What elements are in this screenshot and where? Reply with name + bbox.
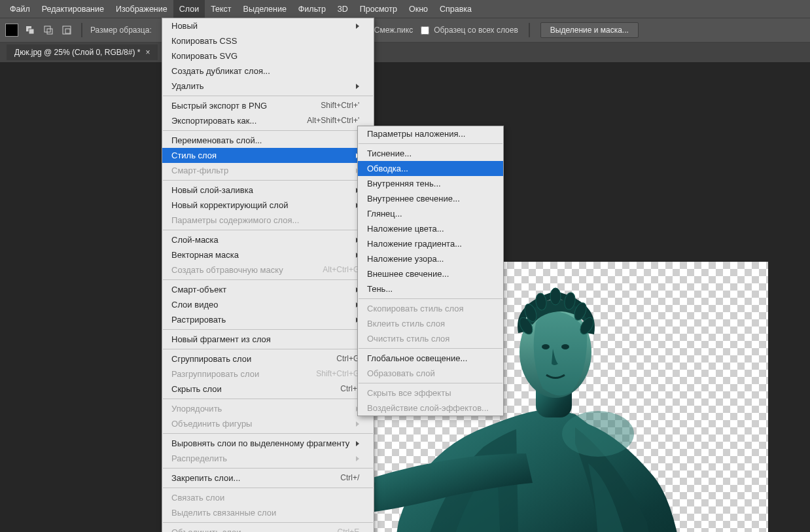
menu-item-label: Смарт-объект <box>171 284 226 295</box>
menu-item-shortcut: Ctrl+/ <box>321 472 359 484</box>
menu-item-label: Закрепить слои... <box>171 472 240 484</box>
menu-item-label: Распределить <box>171 453 227 464</box>
layers-menu-item[interactable]: Копировать CSS <box>162 33 374 48</box>
layers-menu-item: Смарт-фильтр <box>162 163 374 178</box>
layers-menu-item[interactable]: Удалить <box>162 79 374 94</box>
menu-item-label: Параметры наложения... <box>367 128 465 139</box>
menu-окно[interactable]: Окно <box>403 0 434 18</box>
menu-item-label: Скрыть слои <box>171 383 222 395</box>
menu-item-label: Удалить <box>171 80 204 92</box>
layer-style-menu-item[interactable]: Наложение цвета... <box>358 221 503 236</box>
menu-item-label: Объединить слои <box>171 527 241 532</box>
menu-item-label: Новый фрагмент из слоя <box>171 334 271 345</box>
layers-menu-item[interactable]: Слои видео <box>162 297 374 312</box>
layers-menu-item[interactable]: Векторная маска <box>162 247 374 262</box>
menu-3d[interactable]: 3D <box>332 0 354 18</box>
layer-style-menu-item[interactable]: Параметры наложения... <box>358 126 503 141</box>
layers-menu-item: Объединить слоиCtrl+E <box>162 525 374 532</box>
layer-style-menu-item[interactable]: Тень... <box>358 281 503 296</box>
layers-menu-item[interactable]: Новый слой-заливка <box>162 183 374 198</box>
submenu-arrow-icon <box>356 84 359 89</box>
layers-menu-item[interactable]: Сгруппировать слоиCtrl+G <box>162 351 374 366</box>
menu-справка[interactable]: Справка <box>434 0 478 18</box>
subtract-selection-icon[interactable] <box>60 24 73 37</box>
menu-item-label: Копировать CSS <box>171 35 237 46</box>
menu-item-label: Растрировать <box>171 314 226 325</box>
layers-menu-item: Разгруппировать слоиShift+Ctrl+G <box>162 366 374 381</box>
menu-файл[interactable]: Файл <box>4 0 36 18</box>
layers-menu-item[interactable]: Создать дубликат слоя... <box>162 63 374 79</box>
menu-item-shortcut: Alt+Ctrl+G <box>303 264 359 275</box>
layers-menu-item[interactable]: Быстрый экспорт в PNGShift+Ctrl+' <box>162 98 374 113</box>
layers-menu-item[interactable]: Переименовать слой... <box>162 133 374 148</box>
menu-просмотр[interactable]: Просмотр <box>354 0 403 18</box>
menu-item-label: Создать дубликат слоя... <box>171 65 270 77</box>
layer-style-submenu[interactable]: Параметры наложения...Тиснение...Обводка… <box>357 126 504 416</box>
menu-item-label: Новый <box>171 20 198 31</box>
menu-item-label: Выделить связанные слои <box>171 507 276 518</box>
layer-style-menu-item[interactable]: Глянец... <box>358 206 503 221</box>
svg-rect-5 <box>65 29 70 33</box>
menu-item-shortcut: Ctrl+E <box>318 527 360 532</box>
layers-menu-item: Упорядочить <box>162 401 374 416</box>
layers-menu-item[interactable]: Копировать SVG <box>162 48 374 63</box>
select-and-mask-button[interactable]: Выделение и маска... <box>540 22 639 38</box>
menu-item-label: Связать слои <box>171 492 224 503</box>
new-selection-icon[interactable] <box>24 24 37 37</box>
svg-point-13 <box>550 288 561 305</box>
layers-menu-item[interactable]: Растрировать <box>162 312 374 327</box>
menu-item-label: Параметры содержимого слоя... <box>171 215 299 226</box>
layers-menu-item: Создать обтравочную маскуAlt+Ctrl+G <box>162 262 374 277</box>
layers-menu-item[interactable]: Экспортировать как...Alt+Shift+Ctrl+' <box>162 113 374 128</box>
menu-item-label: Тиснение... <box>367 148 412 159</box>
menu-изображение[interactable]: Изображение <box>110 0 173 18</box>
menu-item-label: Сгруппировать слои <box>171 353 251 364</box>
layers-menu-item[interactable]: Новый <box>162 18 374 33</box>
layer-style-menu-item[interactable]: Глобальное освещение... <box>358 351 503 366</box>
close-icon[interactable]: × <box>145 48 150 57</box>
svg-point-17 <box>562 411 634 457</box>
layer-style-menu-item: Скопировать стиль слоя <box>358 301 503 316</box>
menu-слои[interactable]: Слои <box>173 0 205 18</box>
menu-item-label: Векторная маска <box>171 249 239 260</box>
layers-menu-item[interactable]: Слой-маска <box>162 232 374 247</box>
layers-menu-item: Параметры содержимого слоя... <box>162 213 374 228</box>
menu-редактирование[interactable]: Редактирование <box>36 0 110 18</box>
menu-item-label: Создать обтравочную маску <box>171 264 283 275</box>
layers-menu-item[interactable]: Выровнять слои по выделенному фрагменту <box>162 436 374 451</box>
layers-menu-item[interactable]: Новый фрагмент из слоя <box>162 332 374 347</box>
layers-menu[interactable]: НовыйКопировать CSSКопировать SVGСоздать… <box>162 18 374 532</box>
layer-style-menu-item[interactable]: Обводка... <box>358 161 503 176</box>
layers-menu-item[interactable]: Скрыть слоиCtrl+, <box>162 381 374 397</box>
menu-item-label: Скрыть все эффекты <box>367 387 451 399</box>
layer-style-menu-item[interactable]: Внутренняя тень... <box>358 176 503 191</box>
layers-menu-item: Связать слои <box>162 490 374 505</box>
layer-style-menu-item[interactable]: Внутреннее свечение... <box>358 191 503 206</box>
menu-item-label: Упорядочить <box>171 403 222 414</box>
layers-menu-item[interactable]: Новый корректирующий слой <box>162 198 374 213</box>
contiguous-label: Смеж.пикс <box>374 26 413 35</box>
all-layers-checkbox[interactable]: Образец со всех слоев <box>418 24 518 37</box>
menu-фильтр[interactable]: Фильтр <box>292 0 332 18</box>
layers-menu-item[interactable]: Стиль слоя <box>162 148 374 163</box>
layer-style-menu-item[interactable]: Тиснение... <box>358 146 503 161</box>
layer-style-menu-item[interactable]: Наложение узора... <box>358 251 503 266</box>
layer-style-menu-item[interactable]: Наложение градиента... <box>358 236 503 251</box>
menu-текст[interactable]: Текст <box>205 0 237 18</box>
menu-item-shortcut: Alt+Shift+Ctrl+' <box>287 115 359 126</box>
document-tab-bar: Дюк.jpg @ 25% (Слой 0, RGB/8#) * × <box>0 43 810 63</box>
menu-выделение[interactable]: Выделение <box>238 0 292 18</box>
layer-style-menu-item: Образовать слой <box>358 366 503 381</box>
add-selection-icon[interactable] <box>42 24 55 37</box>
svg-point-9 <box>561 344 569 349</box>
layer-style-menu-item[interactable]: Внешнее свечение... <box>358 266 503 281</box>
menu-item-label: Наложение градиента... <box>367 238 462 249</box>
svg-rect-3 <box>47 29 52 34</box>
layers-menu-item[interactable]: Смарт-объект <box>162 282 374 297</box>
document-tab[interactable]: Дюк.jpg @ 25% (Слой 0, RGB/8#) * × <box>7 44 158 60</box>
submenu-arrow-icon <box>356 441 359 446</box>
menu-item-shortcut: Ctrl+, <box>321 383 359 395</box>
foreground-swatch[interactable] <box>5 24 18 37</box>
submenu-arrow-icon <box>356 456 359 461</box>
layers-menu-item[interactable]: Закрепить слои...Ctrl+/ <box>162 470 374 486</box>
